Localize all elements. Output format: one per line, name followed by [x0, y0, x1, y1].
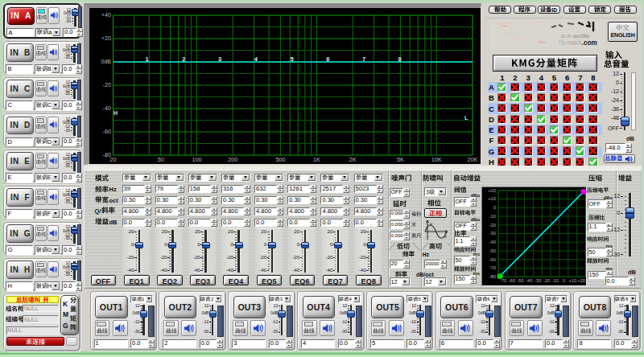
svg-text:y: y: [430, 221, 432, 226]
svg-text:x: x: [444, 234, 447, 239]
